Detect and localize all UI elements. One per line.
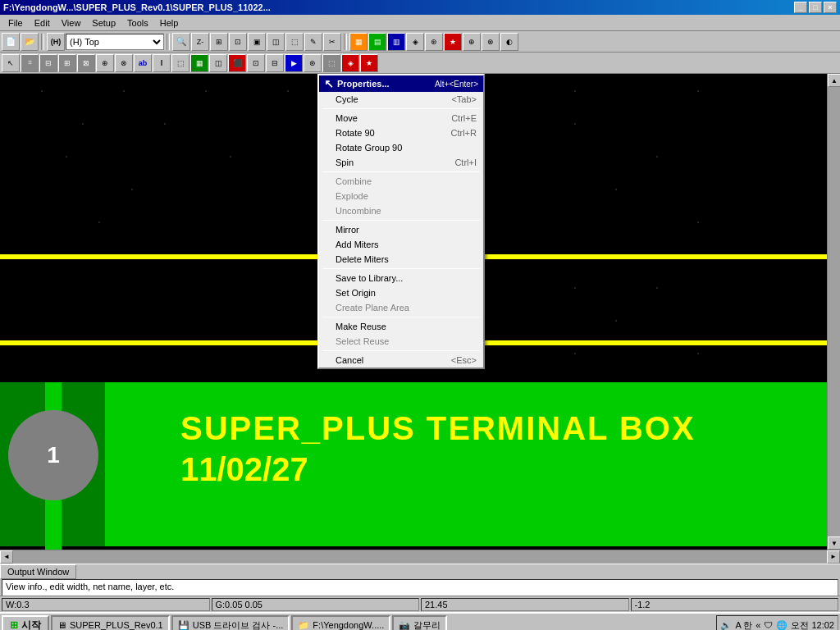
tb2-btn-20[interactable]: ★ — [360, 54, 378, 72]
tb2-btn-5[interactable]: ⊠ — [77, 54, 95, 72]
tb-btn-13[interactable]: ⊛ — [425, 33, 443, 51]
toolbar-sep3 — [344, 34, 347, 50]
menu-setup[interactable]: Setup — [87, 16, 121, 30]
tb-btn-8[interactable]: ✂ — [323, 33, 341, 51]
ctx-rotate-group90[interactable]: Rotate Group 90 — [319, 140, 483, 155]
scroll-left-button[interactable]: ◄ — [0, 550, 13, 564]
ctx-spin[interactable]: Spin Ctrl+I — [319, 155, 483, 170]
scroll-track-right[interactable] — [828, 87, 840, 536]
tb2-btn-15[interactable]: ⊟ — [266, 54, 284, 72]
tb2-btn-4[interactable]: ⊞ — [58, 54, 76, 72]
tb2-btn-19[interactable]: ◈ — [341, 54, 359, 72]
menu-bar: File Edit View Setup Tools Help — [0, 15, 840, 31]
taskbar-icon-2: 💾 — [178, 620, 189, 631]
close-button[interactable]: × — [824, 2, 837, 13]
ctx-set-origin[interactable]: Set Origin — [319, 285, 483, 300]
tb-btn-7[interactable]: ✎ — [304, 33, 322, 51]
tb2-btn-17[interactable]: ⊛ — [304, 54, 322, 72]
tb2-btn-12[interactable]: ◫ — [209, 54, 227, 72]
tb-btn-3[interactable]: ⊡ — [229, 33, 247, 51]
tb2-btn-16[interactable]: ▶ — [285, 54, 303, 72]
scroll-up-button[interactable]: ▲ — [828, 74, 840, 87]
scrollbar-bottom: ◄ ► — [0, 550, 840, 563]
lang-icon: A 한 — [735, 619, 752, 631]
tb2-btn-8[interactable]: ab — [134, 54, 152, 72]
tb-btn-17[interactable]: ◐ — [500, 33, 518, 51]
tb-btn-10[interactable]: ▤ — [368, 33, 386, 51]
tb2-btn-11[interactable]: ▦ — [190, 54, 208, 72]
tb2-btn-2[interactable]: ⌗ — [21, 54, 39, 72]
menu-help[interactable]: Help — [155, 16, 184, 30]
scroll-down-button[interactable]: ▼ — [828, 536, 840, 550]
start-button[interactable]: ⊞ 시작 — [2, 615, 49, 630]
ctx-cycle[interactable]: Cycle <Tab> — [319, 92, 483, 107]
toolbar2: ↖ ⌗ ⊟ ⊞ ⊠ ⊕ ⊗ ab l ⬚ ▦ ◫ ⬛ ⊡ ⊟ ▶ ⊛ ⬚ ◈ ★ — [0, 52, 840, 74]
context-menu: ↖ Properties... Alt+<Enter> Cycle <Tab> … — [317, 74, 485, 369]
tb-btn-6[interactable]: ⬚ — [285, 33, 304, 51]
ctx-combine: Combine — [319, 174, 483, 189]
taskbar-item-3[interactable]: 📁 F:\YengdongW..... — [291, 615, 390, 630]
tb-btn-11[interactable]: ▥ — [387, 33, 405, 51]
network-icon: 🌐 — [776, 620, 788, 631]
ctx-create-plane: Create Plane Area — [319, 300, 483, 315]
ctx-save-library[interactable]: Save to Library... — [319, 271, 483, 285]
maximize-button[interactable]: □ — [809, 2, 822, 13]
circle-label: 1 — [8, 410, 98, 500]
new-button[interactable]: 📄 — [2, 33, 20, 51]
ctx-cancel[interactable]: Cancel <Esc> — [319, 353, 483, 368]
open-button[interactable]: 📂 — [21, 33, 39, 51]
scroll-track-bottom[interactable] — [13, 550, 827, 564]
ctx-select-reuse: Select Reuse — [319, 334, 483, 349]
output-window: Output Window View info., edit width, ne… — [0, 563, 840, 596]
taskbar-item-2[interactable]: 💾 USB 드라이브 검사 -... — [171, 615, 290, 630]
taskbar-icon-1: 🖥 — [57, 620, 66, 630]
tb2-btn-1[interactable]: ↖ — [2, 54, 20, 72]
context-menu-header-label: Properties... — [337, 79, 390, 89]
menu-edit[interactable]: Edit — [30, 16, 55, 30]
ctx-add-miters[interactable]: Add Miters — [319, 237, 483, 252]
windows-logo: ⊞ — [10, 619, 18, 630]
toolbar-sep1 — [41, 34, 44, 50]
minimize-button[interactable]: _ — [794, 2, 807, 13]
tb-btn-12[interactable]: ◈ — [406, 33, 424, 51]
taskbar-icon-3: 📁 — [298, 620, 309, 631]
ctx-sep4 — [322, 317, 480, 317]
ctx-rotate90[interactable]: Rotate 90 Ctrl+R — [319, 126, 483, 140]
menu-file[interactable]: File — [3, 16, 28, 30]
ctx-make-reuse[interactable]: Make Reuse — [319, 319, 483, 334]
tb2-btn-6[interactable]: ⊕ — [96, 54, 114, 72]
layer-icon[interactable]: (H) — [47, 33, 65, 51]
ctx-uncombine: Uncombine — [319, 203, 483, 218]
ctx-delete-miters[interactable]: Delete Miters — [319, 252, 483, 267]
output-tab[interactable]: Output Window — [0, 564, 76, 579]
ctx-mirror[interactable]: Mirror — [319, 222, 483, 237]
taskbar-item-1[interactable]: 🖥 SUPER_PLUS_Rev0.1 — [51, 615, 170, 630]
tb2-btn-3[interactable]: ⊟ — [39, 54, 57, 72]
scroll-right-button[interactable]: ► — [827, 550, 840, 564]
tb-btn-15[interactable]: ⊕ — [463, 33, 481, 51]
tb-btn-9[interactable]: ▦ — [349, 33, 368, 51]
ctx-sep3 — [322, 268, 480, 269]
layer-select[interactable]: (H) Top — [66, 34, 164, 50]
zoom-fit-button[interactable]: ⊞ — [210, 33, 228, 51]
title-bar: F:\YengdongW...\SUPER_PLUS_Rev0.1\SUPER_… — [0, 0, 840, 15]
menu-view[interactable]: View — [57, 16, 86, 30]
tb-btn-5[interactable]: ◫ — [267, 33, 285, 51]
tb2-btn-13[interactable]: ⬛ — [228, 54, 246, 72]
menu-tools[interactable]: Tools — [122, 16, 153, 30]
context-menu-header-shortcut: Alt+<Enter> — [435, 80, 478, 89]
status-w: W:0.3 — [2, 598, 210, 611]
ctx-move[interactable]: Move Ctrl+E — [319, 111, 483, 126]
tb-btn-14[interactable]: ★ — [444, 33, 462, 51]
tb2-btn-14[interactable]: ⊡ — [247, 54, 265, 72]
tb2-btn-10[interactable]: ⬚ — [171, 54, 189, 72]
tb-btn-16[interactable]: ⊗ — [482, 33, 500, 51]
zoom-in-button[interactable]: 🔍 — [172, 33, 190, 51]
time-display: 오전 12:02 — [791, 619, 834, 631]
tb-btn-4[interactable]: ▣ — [248, 33, 266, 51]
tb2-btn-9[interactable]: l — [153, 54, 171, 72]
tb2-btn-7[interactable]: ⊗ — [115, 54, 133, 72]
tb2-btn-18[interactable]: ⬚ — [322, 54, 340, 72]
zoom-out-button[interactable]: Z- — [191, 33, 209, 51]
taskbar-item-4[interactable]: 📷 갈무리 — [392, 615, 447, 630]
